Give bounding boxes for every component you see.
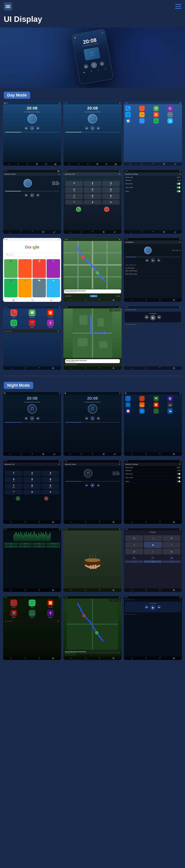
night-bt-next[interactable]: ⏭ <box>97 484 100 487</box>
nav-3d-btn[interactable]: 3D <box>144 560 162 563</box>
night-app-9[interactable]: 🧭 <box>125 408 131 414</box>
eq-btn-2[interactable]: BASS <box>18 542 32 545</box>
eq-btn-1[interactable]: EQ <box>4 542 18 545</box>
bt-next[interactable]: ⏭ <box>36 193 39 197</box>
google-app-1[interactable]: 📞 <box>4 259 18 278</box>
messages-app-icon[interactable]: 💬 <box>29 309 35 316</box>
dial-9[interactable]: 9WXYZ <box>102 194 120 199</box>
social-next[interactable]: ⏭ <box>157 259 160 262</box>
app-icon-waze[interactable]: 🧭 <box>125 118 131 123</box>
eq-btn-4[interactable]: TREBLE <box>47 542 60 545</box>
dial-3[interactable]: 3DEF <box>102 181 120 186</box>
netflix-app-icon[interactable]: 🎬 <box>29 319 35 327</box>
play-pause-button[interactable]: ⏸ <box>90 62 98 69</box>
dial-4[interactable]: 4GHI <box>65 187 83 193</box>
night-dial-7[interactable]: 7PQRS <box>5 484 23 489</box>
night-dial-hash[interactable]: # <box>42 490 59 494</box>
next-ctrl-2[interactable]: ⏭ <box>97 126 100 130</box>
eq-btn-7[interactable]: PAN <box>32 546 46 548</box>
night-dial-4[interactable]: 4GHI <box>5 477 23 483</box>
night-dial-star[interactable]: * <box>5 490 23 494</box>
google-nav-search[interactable]: 🔍 <box>31 299 34 301</box>
bt-prev[interactable]: ⏮ <box>25 193 28 197</box>
night-app-3[interactable]: 🗺 <box>154 396 159 401</box>
google-app-7[interactable]: 📰 <box>32 279 46 297</box>
night-app-1[interactable]: 📞 <box>125 396 131 401</box>
eq-btn-3[interactable]: MID <box>32 542 46 545</box>
nav-right-down[interactable]: ↘ <box>162 549 181 555</box>
nav-zoom-out[interactable]: - <box>151 557 154 559</box>
app-icon-spotify[interactable]: 🎧 <box>154 118 159 123</box>
dial-8[interactable]: 8TUV <box>84 194 101 199</box>
google-app-6[interactable]: 📻 <box>18 279 32 297</box>
google-app-4[interactable]: 🎙 <box>47 259 60 278</box>
night-pause-2[interactable]: ⏸ <box>90 416 95 421</box>
music-item-4[interactable]: 华东_XXXXXX.mp3 <box>124 273 182 276</box>
night-netflix-icon[interactable]: 🎬 <box>10 610 17 617</box>
app-icon-carplay[interactable]: 🚗 <box>167 112 173 117</box>
bt-play[interactable]: ▶ <box>30 193 34 197</box>
google-app-2[interactable]: 🎵 <box>18 259 32 278</box>
dial-0[interactable]: 0 <box>84 200 101 205</box>
night-dial-5[interactable]: 5JKL <box>23 477 41 483</box>
night-aa-toggle[interactable] <box>177 473 181 475</box>
app-icon-weather[interactable]: 🌤 <box>167 118 173 123</box>
night-next-2[interactable]: ⏭ <box>97 417 100 420</box>
youtube-app-icon[interactable]: ▶️ <box>47 309 54 316</box>
night-dial-1[interactable]: 1 <box>5 471 23 476</box>
app-icon-bt[interactable]: 🔵 <box>125 112 131 117</box>
auto-answer-toggle[interactable] <box>177 183 181 185</box>
app-icon-radio[interactable]: 📻 <box>139 112 144 117</box>
night-power-toggle[interactable] <box>177 480 181 483</box>
dial-hash[interactable]: # <box>102 200 120 205</box>
google-nav-apps[interactable]: ⊞ <box>50 299 52 301</box>
night-call-btn[interactable]: 📞 <box>16 496 20 501</box>
nav-left-down[interactable]: ↙ <box>125 549 143 555</box>
next-ctrl[interactable]: ⏭ <box>36 126 39 130</box>
music-item-3[interactable]: 华东_XXXXRE.mp3 <box>124 270 182 273</box>
prev-ctrl[interactable]: ⏮ <box>25 126 28 130</box>
night-app-6[interactable]: 📻 <box>139 402 144 407</box>
app-icon-music[interactable]: 🎵 <box>139 106 144 111</box>
google-app-3[interactable]: ▶️ <box>32 259 46 278</box>
night-spotify-icon[interactable]: 🎧 <box>29 610 35 617</box>
google-app-8[interactable]: 🌤 <box>47 279 60 297</box>
music-item-2[interactable]: xxx_xxxxx.mp3 <box>124 267 182 270</box>
social-play[interactable]: ▶ <box>151 258 155 262</box>
nav-recenter[interactable]: ⊙ <box>170 557 173 559</box>
night-app-2[interactable]: 🎵 <box>139 396 144 401</box>
eq-btn-8[interactable]: FX <box>47 546 60 548</box>
night-np-next[interactable]: ⏭ <box>157 605 161 609</box>
app-icon-tel[interactable]: 📞 <box>125 106 131 111</box>
night-np-prev[interactable]: ⏮ <box>144 605 149 609</box>
np-prev[interactable]: ⏮ <box>144 315 149 319</box>
night-podcast-icon[interactable]: 🎙 <box>47 610 54 617</box>
eq-btn-5[interactable]: SUB <box>4 546 18 548</box>
night-prev-2[interactable]: ⏮ <box>85 417 88 420</box>
next-button[interactable]: ⏭ <box>99 61 105 66</box>
app-icon-nav[interactable]: 🗺 <box>154 106 159 111</box>
np-next[interactable]: ⏭ <box>157 315 161 319</box>
night-app-10[interactable]: 🌐 <box>139 408 144 414</box>
night-dial-6[interactable]: 6MNO <box>42 477 59 483</box>
google-search-bar[interactable]: 🔍 Search... <box>4 253 60 256</box>
nav-right[interactable]: → <box>162 542 181 548</box>
nav-2d-btn[interactable]: 2D <box>125 560 143 563</box>
dial-7[interactable]: 7PQRS <box>65 194 83 199</box>
nav-down[interactable]: ↓ <box>144 549 162 555</box>
go-button[interactable]: GO <box>90 295 98 297</box>
night-app-11[interactable]: 🎧 <box>154 408 159 414</box>
night-app-7[interactable]: ▶️ <box>154 402 159 407</box>
nav-sat-btn[interactable]: SAT <box>162 560 181 563</box>
nav-zoom-in[interactable]: + <box>133 557 135 559</box>
night-dial-3[interactable]: 3DEF <box>42 471 59 476</box>
auto-connect-toggle[interactable] <box>177 186 181 189</box>
nav-left[interactable]: ← <box>125 542 143 548</box>
social-prev[interactable]: ⏮ <box>146 259 149 262</box>
podcast-app-icon[interactable]: 🎙 <box>47 319 54 327</box>
pause-ctrl-2[interactable]: ⏸ <box>90 126 95 130</box>
np-play[interactable]: ▶ <box>150 315 156 320</box>
power-toggle[interactable] <box>177 190 181 192</box>
night-dial-9[interactable]: 9WXYZ <box>42 484 59 489</box>
night-end-call-btn[interactable]: 📵 <box>44 496 49 501</box>
